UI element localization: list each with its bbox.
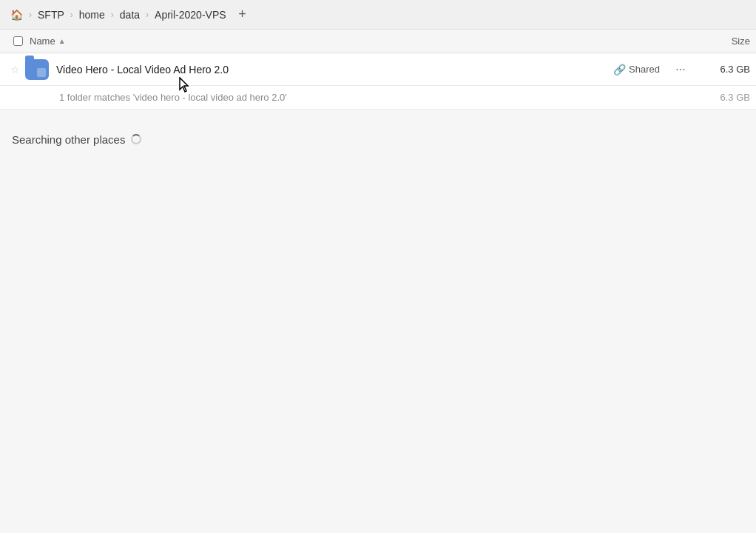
- shared-badge: 🔗 Shared: [613, 64, 660, 76]
- file-size: 6.3 GB: [698, 64, 750, 75]
- file-name: Video Hero - Local Video Ad Hero 2.0: [56, 64, 613, 76]
- select-all-input[interactable]: [13, 36, 23, 46]
- breadcrumb-sep-3: ›: [109, 10, 115, 20]
- new-tab-button[interactable]: +: [234, 6, 252, 24]
- name-column-label: Name: [30, 36, 55, 47]
- searching-spinner: [131, 134, 141, 144]
- home-icon: 🏠: [10, 9, 23, 21]
- breadcrumb-april[interactable]: April-2020-VPS: [150, 7, 231, 23]
- breadcrumb-data-label: data: [120, 9, 140, 21]
- match-size: 6.3 GB: [698, 92, 750, 103]
- breadcrumb-sftp-label: SFTP: [38, 9, 64, 21]
- more-menu-button[interactable]: ···: [669, 58, 692, 81]
- breadcrumb-sep-1: ›: [27, 10, 33, 20]
- breadcrumb-april-label: April-2020-VPS: [155, 9, 226, 21]
- searching-label: Searching other places: [12, 133, 125, 146]
- match-info-row: 1 folder matches 'video hero - local vid…: [0, 86, 756, 110]
- size-column-label: Size: [732, 36, 750, 47]
- breadcrumb-sftp[interactable]: SFTP: [33, 7, 69, 23]
- breadcrumb-home-dir[interactable]: home: [75, 7, 109, 23]
- star-icon[interactable]: ☆: [6, 64, 24, 76]
- column-headers: Name ▲ Size: [0, 30, 756, 53]
- file-row[interactable]: ☆ Video Hero - Local Video Ad Hero 2.0 🔗…: [0, 53, 756, 86]
- breadcrumb-sep-4: ›: [144, 10, 150, 20]
- select-all-checkbox[interactable]: [6, 36, 30, 46]
- folder-icon-overlay: [37, 68, 46, 77]
- name-column-header[interactable]: Name ▲: [30, 36, 691, 47]
- breadcrumb-home[interactable]: 🏠: [6, 7, 27, 23]
- size-column-header: Size: [691, 36, 750, 47]
- link-icon: 🔗: [613, 64, 626, 76]
- breadcrumb-home-label: home: [79, 9, 105, 21]
- breadcrumb-data[interactable]: data: [115, 7, 144, 23]
- searching-row: Searching other places: [0, 121, 756, 157]
- match-text: 1 folder matches 'video hero - local vid…: [59, 92, 698, 103]
- folder-icon: [25, 59, 49, 80]
- breadcrumb-sep-2: ›: [69, 10, 75, 20]
- breadcrumb-bar: 🏠 › SFTP › home › data › April-2020-VPS …: [0, 0, 756, 30]
- folder-icon-wrapper: [24, 56, 50, 83]
- shared-label: Shared: [629, 64, 660, 75]
- sort-arrow-icon: ▲: [58, 37, 66, 45]
